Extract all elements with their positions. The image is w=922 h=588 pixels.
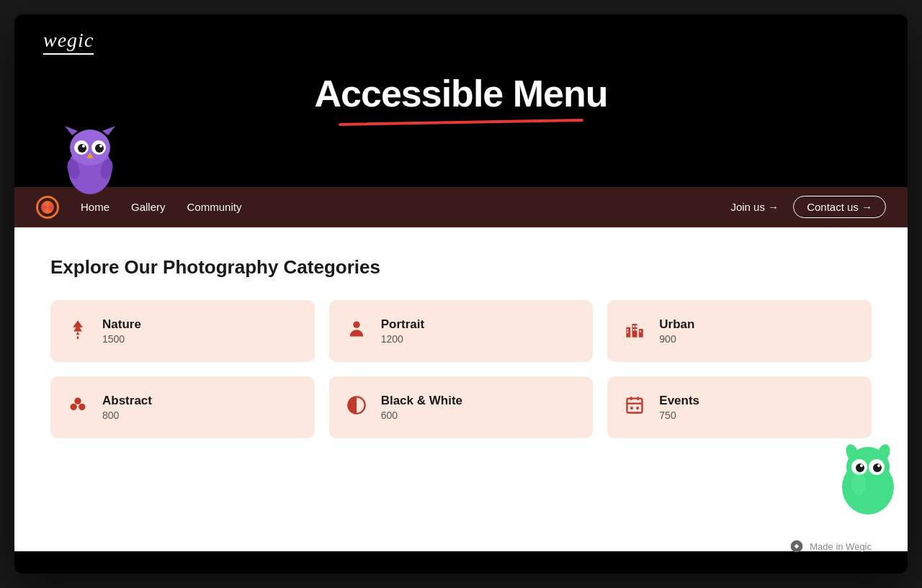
card-abstract-label: Abstract bbox=[102, 394, 152, 408]
join-us-link[interactable]: Join us → bbox=[730, 201, 779, 213]
svg-point-45 bbox=[877, 464, 880, 467]
svg-rect-19 bbox=[627, 331, 629, 333]
hero-underline-decoration bbox=[339, 119, 583, 126]
contact-us-button[interactable]: Contact us → bbox=[793, 196, 886, 218]
svg-rect-21 bbox=[635, 325, 637, 327]
card-nature-count: 1500 bbox=[102, 333, 141, 345]
card-portrait-label: Portrait bbox=[381, 317, 424, 332]
contact-us-label: Contact us → bbox=[807, 201, 872, 213]
nav-link-gallery[interactable]: Gallery bbox=[131, 201, 166, 213]
card-events-info: Events 750 bbox=[659, 394, 699, 421]
svg-rect-23 bbox=[635, 329, 637, 330]
card-urban-label: Urban bbox=[659, 317, 694, 332]
card-portrait-count: 1200 bbox=[381, 333, 424, 345]
card-urban[interactable]: Urban 900 bbox=[607, 300, 872, 362]
card-bw-info: Black & White 600 bbox=[381, 394, 462, 421]
svg-point-43 bbox=[873, 463, 882, 472]
nav-link-home[interactable]: Home bbox=[81, 201, 109, 213]
svg-point-46 bbox=[851, 472, 866, 495]
card-urban-info: Urban 900 bbox=[659, 317, 694, 345]
svg-point-27 bbox=[74, 397, 81, 404]
card-events-label: Events bbox=[659, 394, 699, 408]
hero-title: Accessible Menu bbox=[315, 72, 608, 115]
tree-icon bbox=[65, 319, 91, 344]
wegic-footer-icon bbox=[789, 539, 804, 553]
svg-point-26 bbox=[79, 403, 85, 410]
logo-text: wegic bbox=[43, 29, 94, 52]
join-us-label: Join us → bbox=[730, 201, 779, 213]
made-in-label: Made in Wegic bbox=[810, 541, 872, 552]
hero-title-wrap: Accessible Menu bbox=[315, 72, 608, 124]
card-abstract[interactable]: Abstract 800 bbox=[50, 376, 315, 438]
categories-grid: Nature 1500 Portrait 1200 bbox=[50, 300, 872, 438]
card-urban-count: 900 bbox=[659, 333, 694, 345]
main-content: Explore Our Photography Categories Natur… bbox=[14, 227, 908, 551]
logo-underline bbox=[43, 53, 94, 55]
svg-rect-24 bbox=[640, 330, 641, 332]
svg-point-8 bbox=[82, 145, 85, 148]
nav-link-community[interactable]: Community bbox=[187, 201, 242, 213]
nav-logo-inner-circle bbox=[41, 201, 54, 214]
svg-rect-17 bbox=[639, 329, 643, 338]
card-nature[interactable]: Nature 1500 bbox=[50, 300, 315, 362]
person-icon bbox=[344, 319, 370, 344]
logo-area: wegic bbox=[43, 29, 94, 55]
svg-rect-33 bbox=[630, 407, 633, 410]
svg-rect-22 bbox=[633, 329, 635, 330]
svg-point-7 bbox=[95, 144, 104, 153]
svg-marker-2 bbox=[65, 126, 78, 135]
svg-rect-34 bbox=[637, 407, 640, 410]
nav-right: Join us → Contact us → bbox=[730, 196, 886, 218]
card-nature-label: Nature bbox=[102, 317, 141, 332]
card-bw[interactable]: Black & White 600 bbox=[329, 376, 594, 438]
svg-point-42 bbox=[856, 463, 864, 472]
svg-marker-3 bbox=[102, 126, 115, 135]
svg-rect-29 bbox=[627, 398, 643, 412]
svg-point-9 bbox=[99, 145, 102, 148]
made-in-wegic: Made in Wegic bbox=[789, 539, 872, 553]
owl-mascot-right bbox=[828, 437, 908, 516]
nav-logo-icon bbox=[36, 196, 59, 219]
bw-icon bbox=[344, 395, 370, 420]
svg-rect-13 bbox=[77, 336, 79, 339]
nav-links: Home Gallery Community bbox=[81, 201, 730, 213]
card-bw-label: Black & White bbox=[381, 394, 462, 408]
card-abstract-info: Abstract 800 bbox=[102, 394, 152, 421]
card-nature-info: Nature 1500 bbox=[102, 317, 141, 345]
svg-rect-20 bbox=[633, 325, 635, 327]
city-icon bbox=[622, 319, 648, 344]
owl-mascot-left bbox=[58, 122, 122, 187]
svg-point-25 bbox=[71, 403, 77, 410]
card-events[interactable]: Events 750 bbox=[607, 376, 872, 438]
card-portrait[interactable]: Portrait 1200 bbox=[329, 300, 594, 362]
navbar: Home Gallery Community Join us → Contact… bbox=[14, 187, 908, 227]
section-title: Explore Our Photography Categories bbox=[50, 256, 872, 279]
card-portrait-info: Portrait 1200 bbox=[381, 317, 424, 345]
svg-rect-18 bbox=[627, 329, 629, 330]
card-abstract-count: 800 bbox=[102, 410, 152, 421]
hero-section: wegic bbox=[14, 14, 908, 187]
card-events-count: 750 bbox=[659, 410, 699, 421]
card-bw-count: 600 bbox=[381, 410, 462, 421]
svg-point-44 bbox=[860, 464, 863, 467]
main-frame: wegic bbox=[14, 14, 908, 574]
svg-point-6 bbox=[78, 144, 86, 153]
abstract-icon bbox=[65, 395, 91, 420]
calendar-icon bbox=[622, 395, 648, 420]
svg-point-14 bbox=[353, 321, 359, 327]
